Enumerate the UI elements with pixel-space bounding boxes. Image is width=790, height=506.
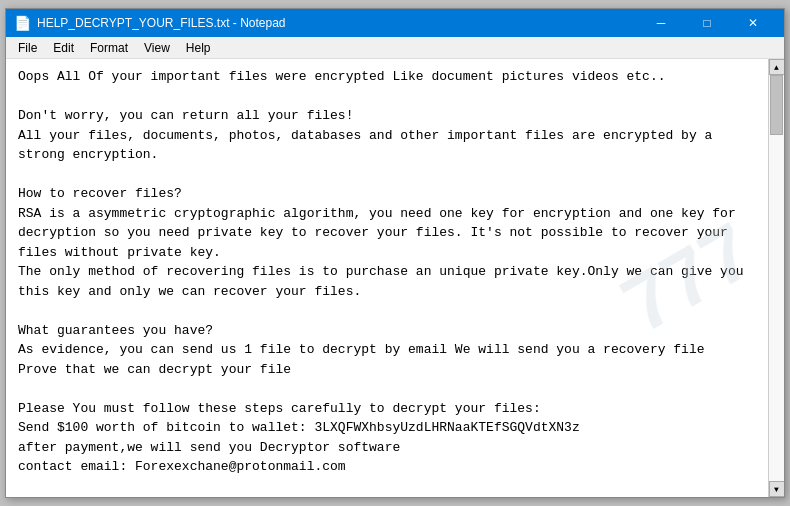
window-icon: 📄 <box>14 15 31 31</box>
text-content[interactable]: Oops All Of your important files were en… <box>6 59 768 497</box>
title-bar: 📄 HELP_DECRYPT_YOUR_FILES.txt - Notepad … <box>6 9 784 37</box>
scroll-up-button[interactable]: ▲ <box>769 59 785 75</box>
vertical-scrollbar[interactable]: ▲ ▼ <box>768 59 784 497</box>
close-button[interactable]: ✕ <box>730 9 776 37</box>
maximize-button[interactable]: □ <box>684 9 730 37</box>
menu-bar: File Edit Format View Help <box>6 37 784 59</box>
menu-edit[interactable]: Edit <box>45 39 82 57</box>
scrollbar-thumb[interactable] <box>770 75 783 135</box>
scroll-down-button[interactable]: ▼ <box>769 481 785 497</box>
content-area: Oops All Of your important files were en… <box>6 59 784 497</box>
notepad-window: 📄 HELP_DECRYPT_YOUR_FILES.txt - Notepad … <box>5 8 785 498</box>
scrollbar-track[interactable] <box>769 75 784 481</box>
menu-help[interactable]: Help <box>178 39 219 57</box>
window-controls: ─ □ ✕ <box>638 9 776 37</box>
menu-view[interactable]: View <box>136 39 178 57</box>
menu-file[interactable]: File <box>10 39 45 57</box>
minimize-button[interactable]: ─ <box>638 9 684 37</box>
window-title: HELP_DECRYPT_YOUR_FILES.txt - Notepad <box>37 16 638 30</box>
menu-format[interactable]: Format <box>82 39 136 57</box>
